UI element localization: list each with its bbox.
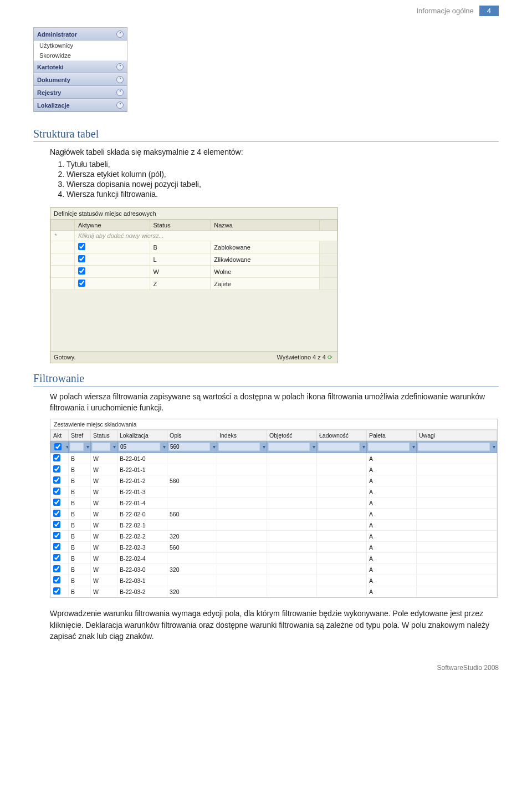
table-row[interactable]: BWB-22-03-2320A — [51, 586, 497, 597]
column-header[interactable] — [319, 220, 337, 231]
cell-status: W — [91, 564, 117, 575]
table-row[interactable]: BWB-22-02-3560A — [51, 542, 497, 553]
akt-checkbox[interactable] — [53, 565, 60, 572]
table-row[interactable]: BWB-22-01-1A — [51, 464, 497, 475]
column-header[interactable]: Lokalizacja — [117, 430, 167, 441]
chevron-down-icon[interactable]: ˅ — [116, 63, 124, 70]
aktywne-checkbox[interactable] — [78, 280, 85, 287]
cell-empty — [217, 531, 267, 542]
funnel-icon[interactable]: ▾ — [111, 444, 116, 450]
table-row[interactable]: BWB-22-01-4A — [51, 497, 497, 509]
akt-checkbox[interactable] — [53, 499, 60, 506]
nav-group-rejestry[interactable]: Rejestry˅ — [34, 86, 127, 99]
status-count-wrap: Wyświetlono 4 z 4 ⟳ — [277, 354, 334, 361]
row-marker — [51, 241, 75, 253]
akt-checkbox[interactable] — [53, 543, 60, 550]
cell-empty — [317, 542, 367, 553]
filter-input-ladownosc[interactable] — [318, 443, 360, 451]
akt-checkbox[interactable] — [53, 576, 60, 583]
column-header[interactable]: Paleta — [367, 430, 417, 441]
funnel-icon[interactable]: ▾ — [64, 444, 69, 450]
funnel-icon[interactable]: ▾ — [161, 444, 166, 450]
column-header[interactable] — [51, 220, 75, 231]
akt-checkbox[interactable] — [53, 521, 60, 528]
nav-group-lokalizacje[interactable]: Lokalizacje˅ — [34, 99, 127, 111]
column-header[interactable]: Aktywne — [74, 220, 150, 231]
column-header[interactable]: Opis — [167, 430, 217, 441]
column-header[interactable]: Akt — [51, 430, 69, 441]
cell-empty — [217, 497, 267, 509]
akt-checkbox[interactable] — [53, 476, 60, 484]
table-row[interactable]: BWB-22-01-2560A — [51, 475, 497, 486]
cell-blank — [319, 253, 337, 266]
table-row[interactable]: BWB-22-03-0320A — [51, 564, 497, 575]
cell-status: W — [91, 553, 117, 564]
akt-checkbox[interactable] — [53, 454, 60, 461]
table-row[interactable]: BWB-22-01-0A — [51, 453, 497, 464]
column-header[interactable]: Objętość — [267, 430, 317, 441]
column-header[interactable]: Uwagi — [417, 430, 497, 441]
cell-opis: 320 — [167, 586, 217, 597]
aktywne-checkbox[interactable] — [78, 255, 85, 262]
nav-group-kartoteki[interactable]: Kartoteki˅ — [34, 60, 127, 73]
funnel-icon[interactable]: ▾ — [311, 444, 315, 450]
table-row[interactable]: BWB-22-02-1A — [51, 520, 497, 531]
filter-input-stref[interactable] — [70, 443, 84, 451]
table-row[interactable]: BZablokowane — [51, 241, 337, 253]
running-header-text: Informacje ogólne — [416, 7, 473, 15]
column-header[interactable]: Status — [150, 220, 211, 231]
akt-checkbox[interactable] — [53, 532, 60, 539]
akt-checkbox[interactable] — [53, 587, 60, 595]
filter-input-uwagi[interactable] — [418, 443, 490, 451]
chevron-down-icon[interactable]: ˅ — [116, 101, 124, 109]
chevron-down-icon[interactable]: ˅ — [116, 89, 124, 96]
refresh-icon[interactable]: ⟳ — [328, 354, 334, 361]
funnel-icon[interactable]: ▾ — [85, 444, 89, 450]
new-row-hint[interactable]: Kliknij aby dodać nowy wiersz... — [74, 231, 337, 241]
column-header[interactable]: Stref — [69, 430, 91, 441]
table-row[interactable]: BWB-22-02-2320A — [51, 531, 497, 542]
funnel-icon[interactable]: ▾ — [211, 444, 216, 450]
funnel-icon[interactable]: ▾ — [361, 444, 365, 450]
nav-item-skorowidze[interactable]: Skorowidze — [34, 50, 127, 60]
akt-checkbox[interactable] — [53, 554, 60, 561]
nav-group-dokumenty[interactable]: Dokumenty˅ — [34, 73, 127, 86]
table-row[interactable]: WWolne — [51, 266, 337, 278]
filter-input-paleta[interactable] — [368, 443, 410, 451]
cell-empty — [317, 531, 367, 542]
chevron-down-icon[interactable]: ˅ — [116, 76, 124, 83]
table-row[interactable]: BWB-22-02-4A — [51, 553, 497, 564]
filter-input-objetosc[interactable] — [268, 443, 310, 451]
column-header[interactable]: Ładowność — [317, 430, 367, 441]
column-header[interactable]: Status — [91, 430, 117, 441]
aktywne-checkbox[interactable] — [78, 243, 85, 250]
table-row[interactable]: BWB-22-02-0560A — [51, 509, 497, 520]
filter-input-lokalizacja[interactable] — [119, 443, 160, 451]
filter-akt-checkbox[interactable] — [54, 443, 62, 450]
funnel-icon[interactable]: ▾ — [261, 444, 265, 450]
cell-aktywne — [74, 266, 150, 278]
filter-input-opis[interactable] — [168, 443, 210, 451]
chevron-up-icon[interactable]: ˄ — [116, 31, 124, 38]
table-row[interactable]: ZZajete — [51, 278, 337, 290]
table-row[interactable]: BWB-22-03-1A — [51, 575, 497, 586]
funnel-icon[interactable]: ▾ — [411, 444, 415, 450]
cell-status: W — [91, 486, 117, 497]
cell-paleta: A — [367, 531, 417, 542]
nav-item-użytkownicy[interactable]: Użytkownicy — [34, 40, 127, 50]
akt-checkbox[interactable] — [53, 488, 60, 495]
table-row[interactable]: BWB-22-01-3A — [51, 486, 497, 497]
aktywne-checkbox[interactable] — [78, 267, 85, 275]
column-header[interactable]: Indeks — [217, 430, 267, 441]
filter-input-status[interactable] — [92, 443, 110, 451]
funnel-icon[interactable]: ▾ — [491, 444, 495, 450]
akt-checkbox[interactable] — [53, 465, 60, 473]
table-row[interactable]: LZlikwidowane — [51, 253, 337, 266]
filter-cell-uwagi: ▾ — [417, 441, 497, 453]
column-header[interactable]: Nazwa — [211, 220, 319, 231]
cell-blank — [319, 266, 337, 278]
cell-lok: B-22-01-3 — [117, 486, 167, 497]
filter-input-indeks[interactable] — [218, 443, 260, 451]
akt-checkbox[interactable] — [53, 510, 60, 517]
nav-group-administrator[interactable]: Administrator˄ — [34, 28, 127, 40]
